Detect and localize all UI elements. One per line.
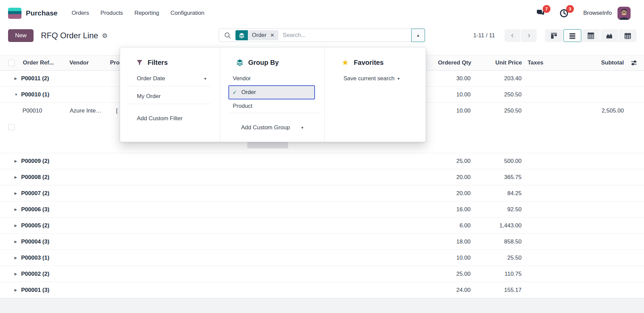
group-expand-caret-icon[interactable]: ▶ <box>14 272 20 276</box>
filter-my-order[interactable]: My Order <box>120 89 220 104</box>
check-icon: ✓ <box>232 89 237 96</box>
logo-bar-teal <box>8 8 21 11</box>
search-bar[interactable]: Order ✕ ▲ <box>219 29 425 42</box>
group-ordered-qty: 25.00 <box>335 271 471 277</box>
view-switcher <box>545 29 637 42</box>
group-label-cell: ▶ P00006 (3) <box>0 206 335 213</box>
column-vendor[interactable]: Vendor <box>67 59 107 66</box>
filter-order-date[interactable]: Order Date ▾ <box>120 71 220 86</box>
group-by-facet-icon <box>235 30 248 40</box>
app-name[interactable]: Purchase <box>26 9 58 17</box>
group-expand-caret-icon[interactable]: ▼ <box>14 93 20 96</box>
group-ordered-qty: 18.00 <box>335 238 471 245</box>
group-unit-price: 110.75 <box>471 271 522 277</box>
group-expand-caret-icon[interactable]: ▶ <box>14 240 20 243</box>
column-order-ref[interactable]: Order Ref... <box>19 59 67 66</box>
group-expand-caret-icon[interactable]: ▶ <box>14 256 20 260</box>
add-custom-group[interactable]: Add Custom Group ▾ <box>220 120 324 135</box>
group-row[interactable]: ▶ P00004 (3) 18.00 858.50 <box>0 234 644 250</box>
group-row[interactable]: ▶ P00006 (3) 16.00 92.50 <box>0 202 644 218</box>
menu-configuration[interactable]: Configuration <box>170 10 204 16</box>
action-menu-gear-icon[interactable]: ⚙ <box>102 33 108 39</box>
group-expand-caret-icon[interactable]: ▶ <box>14 191 20 195</box>
kanban-view-button[interactable] <box>545 29 563 42</box>
purchase-app-logo[interactable] <box>8 8 21 19</box>
avatar-image <box>618 7 631 20</box>
divider <box>229 113 321 113</box>
pager-next-button[interactable] <box>521 29 537 42</box>
main-menu: Orders Products Reporting Configuration <box>72 10 205 16</box>
pager-previous-button[interactable] <box>504 29 520 42</box>
group-label: P00006 (3) <box>21 206 49 213</box>
group-ordered-qty: 24.00 <box>335 287 471 294</box>
calendar-view-button[interactable] <box>619 29 637 42</box>
caret-down-icon: ▾ <box>301 125 303 130</box>
group-expand-caret-icon[interactable]: ▶ <box>14 77 20 80</box>
column-taxes[interactable]: Taxes <box>522 59 570 66</box>
menu-reporting[interactable]: Reporting <box>135 10 159 16</box>
group-by-order-selected[interactable]: ✓ Order <box>228 85 315 99</box>
group-row[interactable]: ▶ P00007 (2) 20.00 84.25 <box>0 185 644 202</box>
group-row[interactable]: ▶ P00009 (2) 25.00 500.00 <box>0 153 644 169</box>
record-order-ref: P00010 <box>19 107 67 114</box>
activities-badge: 3 <box>566 5 574 13</box>
page-title-text: RFQ Order Line <box>41 31 98 40</box>
kanban-icon <box>550 32 558 40</box>
activities-icon[interactable]: 3 <box>559 8 569 18</box>
pivot-view-button[interactable] <box>582 29 600 42</box>
group-label-cell: ▶ P00008 (2) <box>0 174 335 181</box>
search-facet-order[interactable]: Order ✕ <box>235 30 278 40</box>
caret-down-icon: ▾ <box>204 76 206 81</box>
user-avatar[interactable] <box>618 7 631 20</box>
group-label-cell: ▶ P00005 (2) <box>0 222 335 229</box>
group-label: P00001 (3) <box>21 287 49 294</box>
group-row[interactable]: ▶ P00003 (1) 10.00 25.50 <box>0 250 644 266</box>
group-row[interactable]: ▶ P00005 (2) 6.00 1,443.00 <box>0 218 644 234</box>
messages-icon[interactable]: 7 <box>536 8 546 18</box>
menu-orders[interactable]: Orders <box>72 10 89 16</box>
group-row[interactable]: ▶ P00002 (2) 25.00 110.75 <box>0 266 644 282</box>
list-view-button[interactable] <box>564 29 581 42</box>
group-expand-caret-icon[interactable]: ▶ <box>14 159 20 163</box>
group-ordered-qty: 20.00 <box>335 174 471 181</box>
group-row[interactable]: ▶ P00008 (2) 20.00 365.75 <box>0 169 644 185</box>
breadcrumb: New RFQ Order Line ⚙ <box>8 29 108 42</box>
save-current-search[interactable]: Save current search ▾ <box>325 71 426 86</box>
graph-view-button[interactable] <box>600 29 618 42</box>
group-expand-caret-icon[interactable]: ▶ <box>14 224 20 227</box>
divider <box>128 104 211 104</box>
group-unit-price: 365.75 <box>471 174 522 181</box>
group-expand-caret-icon[interactable]: ▶ <box>14 208 20 211</box>
group-unit-price: 250.50 <box>471 91 522 98</box>
group-by-header: Group By <box>220 56 324 69</box>
user-name[interactable]: BrowseInfo <box>583 10 612 16</box>
top-navbar: Purchase Orders Products Reporting Confi… <box>0 0 644 24</box>
group-by-vendor[interactable]: Vendor <box>220 72 324 85</box>
search-input[interactable] <box>283 32 411 39</box>
search-dropdown-toggle[interactable]: ▲ <box>411 29 425 42</box>
occluded-button[interactable] <box>247 142 288 148</box>
group-by-product[interactable]: Product <box>220 99 324 113</box>
group-expand-caret-icon[interactable]: ▶ <box>14 175 20 179</box>
new-button[interactable]: New <box>8 29 34 42</box>
logo-bar-dark-teal <box>8 11 21 14</box>
group-unit-price: 500.00 <box>471 158 522 165</box>
remove-facet-icon[interactable]: ✕ <box>270 32 274 38</box>
select-all-checkbox[interactable] <box>8 60 15 66</box>
favorites-section: ★ Favorites Save current search ▾ <box>325 47 426 142</box>
group-ordered-qty: 25.00 <box>335 158 471 165</box>
group-label-cell: ▶ P00004 (3) <box>0 238 335 245</box>
menu-products[interactable]: Products <box>101 10 123 16</box>
page-title: RFQ Order Line ⚙ <box>41 31 108 40</box>
favorites-title: Favorites <box>354 59 384 66</box>
column-subtotal[interactable]: Subtotal <box>570 59 624 66</box>
record-unit-price: 250.50 <box>471 107 522 114</box>
row-checkbox[interactable] <box>8 124 15 130</box>
add-custom-filter[interactable]: Add Custom Filter <box>120 111 220 126</box>
facet-value: Order <box>252 32 266 39</box>
optional-columns-button[interactable] <box>624 59 644 66</box>
column-unit-price[interactable]: Unit Price <box>471 59 522 66</box>
messages-badge: 7 <box>543 5 550 13</box>
group-row[interactable]: ▶ P00001 (3) 24.00 155.17 <box>0 282 644 298</box>
group-expand-caret-icon[interactable]: ▶ <box>14 288 20 292</box>
